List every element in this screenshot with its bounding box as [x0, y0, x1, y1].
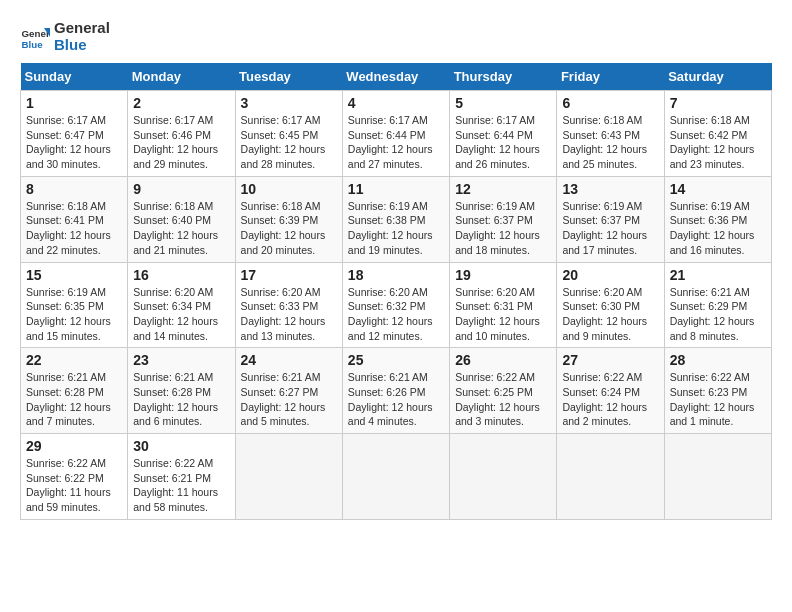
day-number: 16 [133, 267, 229, 283]
calendar-cell: 24Sunrise: 6:21 AM Sunset: 6:27 PM Dayli… [235, 348, 342, 434]
day-info: Sunrise: 6:22 AM Sunset: 6:22 PM Dayligh… [26, 456, 122, 515]
day-info: Sunrise: 6:22 AM Sunset: 6:21 PM Dayligh… [133, 456, 229, 515]
day-number: 14 [670, 181, 766, 197]
day-number: 12 [455, 181, 551, 197]
calendar-cell: 9Sunrise: 6:18 AM Sunset: 6:40 PM Daylig… [128, 176, 235, 262]
day-info: Sunrise: 6:20 AM Sunset: 6:31 PM Dayligh… [455, 285, 551, 344]
day-info: Sunrise: 6:17 AM Sunset: 6:45 PM Dayligh… [241, 113, 337, 172]
day-info: Sunrise: 6:18 AM Sunset: 6:43 PM Dayligh… [562, 113, 658, 172]
day-info: Sunrise: 6:18 AM Sunset: 6:41 PM Dayligh… [26, 199, 122, 258]
day-number: 3 [241, 95, 337, 111]
day-number: 6 [562, 95, 658, 111]
header-monday: Monday [128, 63, 235, 91]
day-info: Sunrise: 6:19 AM Sunset: 6:37 PM Dayligh… [455, 199, 551, 258]
header-saturday: Saturday [664, 63, 771, 91]
calendar-cell: 5Sunrise: 6:17 AM Sunset: 6:44 PM Daylig… [450, 91, 557, 177]
header-wednesday: Wednesday [342, 63, 449, 91]
header-tuesday: Tuesday [235, 63, 342, 91]
day-number: 25 [348, 352, 444, 368]
calendar-cell: 26Sunrise: 6:22 AM Sunset: 6:25 PM Dayli… [450, 348, 557, 434]
calendar-cell: 28Sunrise: 6:22 AM Sunset: 6:23 PM Dayli… [664, 348, 771, 434]
week-row-1: 1Sunrise: 6:17 AM Sunset: 6:47 PM Daylig… [21, 91, 772, 177]
day-number: 11 [348, 181, 444, 197]
calendar-cell: 22Sunrise: 6:21 AM Sunset: 6:28 PM Dayli… [21, 348, 128, 434]
week-row-2: 8Sunrise: 6:18 AM Sunset: 6:41 PM Daylig… [21, 176, 772, 262]
logo-general: General [54, 20, 110, 37]
day-number: 7 [670, 95, 766, 111]
calendar-header-row: SundayMondayTuesdayWednesdayThursdayFrid… [21, 63, 772, 91]
day-number: 20 [562, 267, 658, 283]
calendar-cell: 11Sunrise: 6:19 AM Sunset: 6:38 PM Dayli… [342, 176, 449, 262]
calendar-cell: 14Sunrise: 6:19 AM Sunset: 6:36 PM Dayli… [664, 176, 771, 262]
calendar-cell [664, 434, 771, 520]
day-info: Sunrise: 6:21 AM Sunset: 6:27 PM Dayligh… [241, 370, 337, 429]
day-number: 24 [241, 352, 337, 368]
day-info: Sunrise: 6:21 AM Sunset: 6:26 PM Dayligh… [348, 370, 444, 429]
calendar-cell [235, 434, 342, 520]
day-info: Sunrise: 6:17 AM Sunset: 6:46 PM Dayligh… [133, 113, 229, 172]
day-number: 15 [26, 267, 122, 283]
day-number: 17 [241, 267, 337, 283]
day-info: Sunrise: 6:20 AM Sunset: 6:30 PM Dayligh… [562, 285, 658, 344]
day-info: Sunrise: 6:17 AM Sunset: 6:44 PM Dayligh… [455, 113, 551, 172]
calendar-cell: 25Sunrise: 6:21 AM Sunset: 6:26 PM Dayli… [342, 348, 449, 434]
page-header: General Blue General Blue [20, 20, 772, 53]
day-info: Sunrise: 6:22 AM Sunset: 6:24 PM Dayligh… [562, 370, 658, 429]
day-number: 2 [133, 95, 229, 111]
day-number: 10 [241, 181, 337, 197]
day-info: Sunrise: 6:22 AM Sunset: 6:23 PM Dayligh… [670, 370, 766, 429]
calendar-cell: 2Sunrise: 6:17 AM Sunset: 6:46 PM Daylig… [128, 91, 235, 177]
calendar-cell: 4Sunrise: 6:17 AM Sunset: 6:44 PM Daylig… [342, 91, 449, 177]
day-number: 19 [455, 267, 551, 283]
day-info: Sunrise: 6:20 AM Sunset: 6:32 PM Dayligh… [348, 285, 444, 344]
day-number: 13 [562, 181, 658, 197]
day-number: 22 [26, 352, 122, 368]
calendar-cell: 12Sunrise: 6:19 AM Sunset: 6:37 PM Dayli… [450, 176, 557, 262]
svg-text:Blue: Blue [22, 38, 44, 49]
day-info: Sunrise: 6:21 AM Sunset: 6:28 PM Dayligh… [133, 370, 229, 429]
day-info: Sunrise: 6:17 AM Sunset: 6:47 PM Dayligh… [26, 113, 122, 172]
day-info: Sunrise: 6:22 AM Sunset: 6:25 PM Dayligh… [455, 370, 551, 429]
calendar-cell: 29Sunrise: 6:22 AM Sunset: 6:22 PM Dayli… [21, 434, 128, 520]
day-info: Sunrise: 6:21 AM Sunset: 6:28 PM Dayligh… [26, 370, 122, 429]
day-number: 26 [455, 352, 551, 368]
calendar-cell: 30Sunrise: 6:22 AM Sunset: 6:21 PM Dayli… [128, 434, 235, 520]
header-sunday: Sunday [21, 63, 128, 91]
calendar-cell: 10Sunrise: 6:18 AM Sunset: 6:39 PM Dayli… [235, 176, 342, 262]
day-number: 30 [133, 438, 229, 454]
calendar-cell: 7Sunrise: 6:18 AM Sunset: 6:42 PM Daylig… [664, 91, 771, 177]
calendar-cell: 8Sunrise: 6:18 AM Sunset: 6:41 PM Daylig… [21, 176, 128, 262]
calendar-cell: 23Sunrise: 6:21 AM Sunset: 6:28 PM Dayli… [128, 348, 235, 434]
calendar-cell: 16Sunrise: 6:20 AM Sunset: 6:34 PM Dayli… [128, 262, 235, 348]
day-number: 28 [670, 352, 766, 368]
logo-icon: General Blue [20, 22, 50, 52]
calendar-cell: 18Sunrise: 6:20 AM Sunset: 6:32 PM Dayli… [342, 262, 449, 348]
calendar-cell: 1Sunrise: 6:17 AM Sunset: 6:47 PM Daylig… [21, 91, 128, 177]
day-info: Sunrise: 6:18 AM Sunset: 6:40 PM Dayligh… [133, 199, 229, 258]
day-number: 8 [26, 181, 122, 197]
logo: General Blue General Blue [20, 20, 110, 53]
header-friday: Friday [557, 63, 664, 91]
day-info: Sunrise: 6:19 AM Sunset: 6:37 PM Dayligh… [562, 199, 658, 258]
day-info: Sunrise: 6:21 AM Sunset: 6:29 PM Dayligh… [670, 285, 766, 344]
logo-blue: Blue [54, 37, 110, 54]
day-info: Sunrise: 6:18 AM Sunset: 6:39 PM Dayligh… [241, 199, 337, 258]
day-number: 23 [133, 352, 229, 368]
day-number: 18 [348, 267, 444, 283]
calendar-cell [450, 434, 557, 520]
day-info: Sunrise: 6:20 AM Sunset: 6:33 PM Dayligh… [241, 285, 337, 344]
day-number: 5 [455, 95, 551, 111]
week-row-4: 22Sunrise: 6:21 AM Sunset: 6:28 PM Dayli… [21, 348, 772, 434]
day-number: 9 [133, 181, 229, 197]
calendar-cell: 27Sunrise: 6:22 AM Sunset: 6:24 PM Dayli… [557, 348, 664, 434]
calendar-cell [557, 434, 664, 520]
calendar-cell: 13Sunrise: 6:19 AM Sunset: 6:37 PM Dayli… [557, 176, 664, 262]
calendar-cell: 3Sunrise: 6:17 AM Sunset: 6:45 PM Daylig… [235, 91, 342, 177]
day-info: Sunrise: 6:18 AM Sunset: 6:42 PM Dayligh… [670, 113, 766, 172]
day-number: 29 [26, 438, 122, 454]
week-row-5: 29Sunrise: 6:22 AM Sunset: 6:22 PM Dayli… [21, 434, 772, 520]
day-info: Sunrise: 6:17 AM Sunset: 6:44 PM Dayligh… [348, 113, 444, 172]
day-info: Sunrise: 6:19 AM Sunset: 6:35 PM Dayligh… [26, 285, 122, 344]
header-thursday: Thursday [450, 63, 557, 91]
calendar-cell: 6Sunrise: 6:18 AM Sunset: 6:43 PM Daylig… [557, 91, 664, 177]
